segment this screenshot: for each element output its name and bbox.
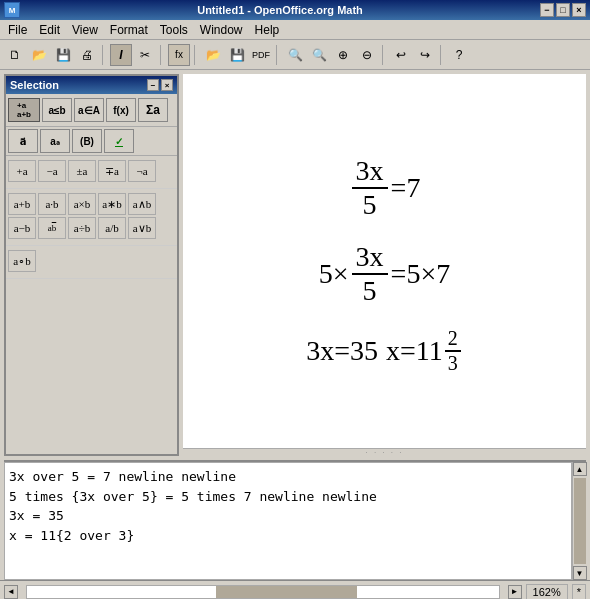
cat-tab-functions[interactable]: f(x)	[106, 98, 136, 122]
minimize-button[interactable]: −	[540, 3, 554, 17]
frac1-denominator: 5	[359, 189, 381, 221]
status-star: *	[572, 584, 586, 600]
scroll-thumb[interactable]	[574, 478, 586, 564]
misc-symbols: a∘b	[6, 246, 177, 279]
sym-a-plus-b[interactable]: a+b	[8, 193, 36, 215]
canvas-scrollbar[interactable]: · · · · ·	[183, 448, 586, 456]
sym-a-frac-b[interactable]: ab	[38, 217, 66, 239]
unary-symbols: +a −a ±a ∓a ¬a	[6, 156, 177, 189]
menu-tools[interactable]: Tools	[154, 21, 194, 39]
sym-plus-a[interactable]: +a	[8, 160, 36, 182]
symbol-row-1: +a −a ±a ∓a ¬a	[8, 160, 175, 182]
zoom-in-button[interactable]: 🔍	[308, 44, 330, 66]
frac3-denominator: 3	[445, 352, 461, 375]
equation-1: 3x 5 =7	[349, 155, 421, 221]
new-button[interactable]: 🗋	[4, 44, 26, 66]
scroll-right-button[interactable]: ►	[508, 585, 522, 599]
cat-tab-vectors[interactable]: a⃗	[8, 129, 38, 153]
equation-3: 3x=35 x=11 2 3	[306, 327, 463, 375]
menu-format[interactable]: Format	[104, 21, 154, 39]
sym-neg-a[interactable]: ¬a	[128, 160, 156, 182]
menu-edit[interactable]: Edit	[33, 21, 66, 39]
scroll-down-button[interactable]: ▼	[573, 566, 587, 580]
redo-button[interactable]: ↪	[414, 44, 436, 66]
category-tabs: +aa+b a≤b a∈A f(x) Σa	[6, 94, 177, 127]
open-button[interactable]: 📂	[28, 44, 50, 66]
help-button[interactable]: ?	[448, 44, 470, 66]
menu-file[interactable]: File	[2, 21, 33, 39]
cat-tab-unary[interactable]: +aa+b	[8, 98, 40, 122]
eq2-lhs-whole: 5×	[319, 258, 349, 290]
sel-minimize[interactable]: −	[147, 79, 159, 91]
cut-button[interactable]: ✂	[134, 44, 156, 66]
bottom-scroll-thumb[interactable]	[216, 586, 357, 598]
cat-tab-operators[interactable]: Σa	[138, 98, 168, 122]
fraction-2: 3x 5	[352, 241, 388, 307]
sym-a-times-b[interactable]: a×b	[68, 193, 96, 215]
eq1-rhs: =7	[391, 172, 421, 204]
status-bar: ◄ ► 162% *	[0, 580, 590, 599]
zoom-btn2[interactable]: ⊕	[332, 44, 354, 66]
sep4	[276, 45, 280, 65]
open2-button[interactable]: 📂	[202, 44, 224, 66]
scroll-up-button[interactable]: ▲	[573, 462, 587, 476]
sep3	[194, 45, 198, 65]
equation-2: 5× 3x 5 =5×7	[319, 241, 450, 307]
zoom-level[interactable]: 162%	[526, 584, 568, 600]
sym-a-star-b[interactable]: a∗b	[98, 193, 126, 215]
close-button[interactable]: ×	[572, 3, 586, 17]
sym-a-slash-b[interactable]: a/b	[98, 217, 126, 239]
print-button[interactable]: 🖨	[76, 44, 98, 66]
italic-button[interactable]: I	[110, 44, 132, 66]
save2-button[interactable]: 💾	[226, 44, 248, 66]
sym-a-and-b[interactable]: a∧b	[128, 193, 156, 215]
cat-tab-sets[interactable]: a∈A	[74, 98, 104, 122]
eq3-x-eq: x=11	[386, 335, 443, 367]
formula-input[interactable]: 3x over 5 = 7 newline newline 5 times {3…	[4, 462, 572, 580]
sym-mp-a[interactable]: ∓a	[98, 160, 126, 182]
menu-help[interactable]: Help	[249, 21, 286, 39]
window-title: Untitled1 - OpenOffice.org Math	[197, 4, 363, 16]
pdf-button[interactable]: PDF	[250, 44, 272, 66]
main-area: Selection − × +aa+b a≤b a∈A f(x) Σa a⃗ a…	[0, 70, 590, 460]
cat-tab-attr[interactable]: aₐ	[40, 129, 70, 153]
eq2-rhs: =5×7	[391, 258, 451, 290]
sym-a-div-b[interactable]: a÷b	[68, 217, 96, 239]
undo-button[interactable]: ↩	[390, 44, 412, 66]
scroll-left-button[interactable]: ◄	[4, 585, 18, 599]
frac2-denominator: 5	[359, 275, 381, 307]
selection-panel: Selection − × +aa+b a≤b a∈A f(x) Σa a⃗ a…	[4, 74, 179, 456]
document-canvas[interactable]: 3x 5 =7 5× 3x 5 =5×7 3x=35 x=11 2	[183, 74, 586, 456]
bottom-scrollbar[interactable]	[26, 585, 500, 599]
sym-a-circ-b[interactable]: a∘b	[8, 250, 36, 272]
sym-a-or-b[interactable]: a∨b	[128, 217, 156, 239]
formula-editor: 3x over 5 = 7 newline newline 5 times {3…	[4, 460, 586, 580]
sep1	[102, 45, 106, 65]
sym-pm-a[interactable]: ±a	[68, 160, 96, 182]
scroll-indicator: · · · · ·	[365, 448, 403, 456]
sym-a-dot-b[interactable]: a·b	[38, 193, 66, 215]
frac2-numerator: 3x	[352, 241, 388, 275]
formula-button[interactable]: fx	[168, 44, 190, 66]
category-tabs-2: a⃗ aₐ (B) ✓	[6, 127, 177, 156]
sym-minus-a[interactable]: −a	[38, 160, 66, 182]
save-button[interactable]: 💾	[52, 44, 74, 66]
formula-scrollbar: ▲ ▼	[572, 462, 586, 580]
cat-tab-relations[interactable]: a≤b	[42, 98, 72, 122]
symbol-row-3: a−b ab a÷b a/b a∨b	[8, 217, 175, 239]
zoom-out-button[interactable]: 🔍	[284, 44, 306, 66]
menu-view[interactable]: View	[66, 21, 104, 39]
frac1-numerator: 3x	[352, 155, 388, 189]
sel-close[interactable]: ×	[161, 79, 173, 91]
cat-tab-formats[interactable]: ✓	[104, 129, 134, 153]
math-display: 3x 5 =7 5× 3x 5 =5×7 3x=35 x=11 2	[286, 135, 483, 395]
menu-window[interactable]: Window	[194, 21, 249, 39]
sep2	[160, 45, 164, 65]
maximize-button[interactable]: □	[556, 3, 570, 17]
toolbar: 🗋 📂 💾 🖨 I ✂ fx 📂 💾 PDF 🔍 🔍 ⊕ ⊖ ↩ ↪ ?	[0, 40, 590, 70]
zoom-btn3[interactable]: ⊖	[356, 44, 378, 66]
cat-tab-brackets[interactable]: (B)	[72, 129, 102, 153]
fraction-1: 3x 5	[352, 155, 388, 221]
menu-bar: File Edit View Format Tools Window Help	[0, 20, 590, 40]
sym-a-minus-b[interactable]: a−b	[8, 217, 36, 239]
